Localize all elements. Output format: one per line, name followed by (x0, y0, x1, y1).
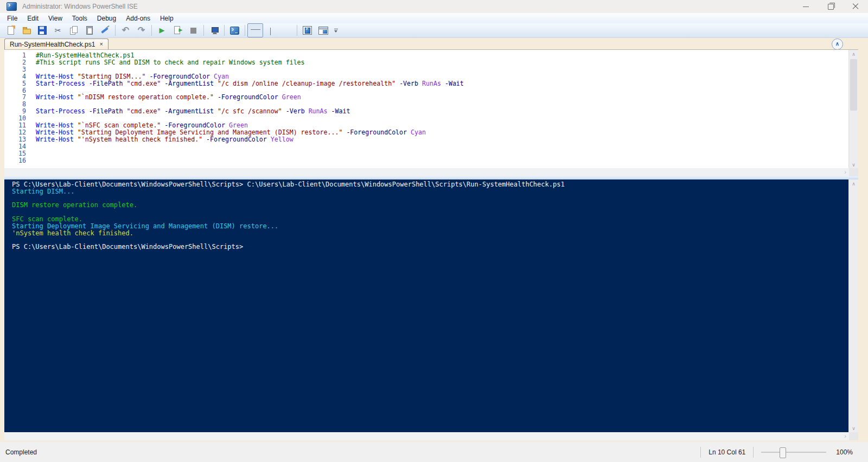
run-script-button[interactable]: ▶ (154, 23, 170, 37)
scroll-up-icon[interactable]: ∧ (849, 50, 858, 58)
console-line: Starting DISM... (12, 188, 848, 195)
cut-button[interactable]: ✂ (50, 23, 66, 37)
show-script-pane-right-icon (266, 25, 276, 35)
restore-button[interactable] (818, 0, 843, 13)
save-script-icon (38, 26, 47, 35)
close-button[interactable] (843, 0, 868, 13)
status-text: Completed (5, 448, 37, 456)
separator (700, 447, 701, 458)
code-line: 14 (4, 143, 848, 150)
title-bar: Administrator: Windows PowerShell ISE (0, 0, 868, 13)
clear-console-pane-button[interactable] (97, 23, 113, 37)
start-powershell-exe-button[interactable] (227, 23, 242, 37)
editor-vertical-scrollbar[interactable]: ∧ ∨ (848, 50, 858, 169)
powershell-ise-window: Administrator: Windows PowerShell ISE Fi… (0, 0, 868, 462)
code-line: 13Write-Host "'nSystem health check fini… (4, 136, 848, 143)
save-script-button[interactable] (34, 23, 50, 37)
window-controls (793, 0, 868, 13)
scroll-right-icon[interactable]: › (844, 169, 846, 175)
new-script-icon (6, 25, 16, 35)
menu-addons[interactable]: Add-ons (121, 14, 155, 23)
restore-icon (828, 4, 834, 10)
menu-file[interactable]: File (2, 14, 22, 23)
minimize-icon (803, 7, 809, 7)
menu-tools[interactable]: Tools (67, 14, 92, 23)
scroll-right-icon[interactable]: › (844, 433, 846, 439)
close-icon (852, 3, 859, 10)
script-editor-body[interactable]: 1#Run-SystemHealthCheck.ps12#This script… (4, 50, 848, 169)
menu-debug[interactable]: Debug (92, 14, 121, 23)
show-script-pane-maximized-button[interactable] (279, 23, 295, 37)
tab-close-icon[interactable]: × (99, 41, 103, 47)
zoom-slider[interactable] (761, 447, 826, 457)
code-line: 9Start-Process -FilePath "cmd.exe" -Argu… (4, 108, 848, 115)
copy-icon (69, 25, 79, 35)
collapse-script-pane-button[interactable]: ∧ (832, 39, 843, 50)
paste-button[interactable] (81, 23, 97, 37)
toolbar-separator (151, 25, 152, 36)
menu-help[interactable]: Help (155, 14, 178, 23)
menu-edit[interactable]: Edit (22, 14, 43, 23)
script-tab[interactable]: Run-SystemHealthCheck.ps1 × (4, 39, 108, 49)
open-script-icon (22, 25, 31, 35)
line-number: 1 (4, 52, 26, 59)
script-editor-pane[interactable]: 1#Run-SystemHealthCheck.ps12#This script… (4, 49, 858, 169)
show-script-pane-right-button[interactable] (263, 23, 279, 37)
minimize-button[interactable] (793, 0, 818, 13)
zoom-slider-thumb[interactable] (780, 447, 786, 458)
copy-button[interactable] (66, 23, 81, 37)
new-powershell-tab-button[interactable] (299, 23, 315, 37)
stop-operation-icon (190, 28, 196, 34)
scrollbar-corner (849, 432, 858, 440)
code-line: 2#This script runs SFC and DISM to check… (4, 59, 848, 66)
console-pane[interactable]: PS C:\Users\Lab-Client\Documents\Windows… (4, 179, 858, 432)
line-number: 3 (4, 66, 26, 73)
chevron-up-icon: ∧ (835, 41, 839, 47)
console-scroll-track[interactable] (849, 188, 858, 424)
scroll-down-icon[interactable]: ∨ (849, 424, 858, 432)
new-remote-powershell-tab-button[interactable] (206, 23, 222, 37)
editor-scroll-thumb[interactable] (850, 59, 857, 111)
toolbar: ✂↶↷▶ (0, 23, 868, 38)
redo-button[interactable]: ↷ (133, 23, 149, 37)
zoom-level: 100% (836, 448, 853, 456)
powershell-app-icon (7, 2, 17, 11)
scrollbar-corner (849, 168, 858, 176)
zoom-slider-track[interactable] (761, 452, 826, 453)
console-line: PS C:\Users\Lab-Client\Documents\Windows… (12, 243, 848, 251)
tab-row: Run-SystemHealthCheck.ps1 × ∧ (4, 39, 858, 49)
show-command-window-icon (318, 27, 328, 35)
show-command-window-button[interactable] (315, 23, 331, 37)
new-powershell-tab-icon (303, 26, 312, 35)
line-number: 2 (4, 59, 26, 66)
show-script-pane-maximized-icon (282, 25, 292, 35)
cut-icon: ✂ (53, 25, 63, 35)
new-script-button[interactable] (3, 23, 18, 37)
menu-view[interactable]: View (43, 14, 67, 23)
status-bar: Completed Ln 10 Col 61 100% (0, 442, 868, 462)
toolbar-overflow-button[interactable] (332, 24, 340, 37)
line-number: 13 (4, 136, 26, 143)
show-script-pane-top-button[interactable] (247, 23, 263, 37)
editor-scroll-track[interactable] (849, 58, 858, 161)
toolbar-separator (224, 25, 225, 36)
editor-horizontal-scrollbar[interactable]: › (4, 168, 858, 176)
scroll-up-icon[interactable]: ∧ (849, 179, 858, 188)
menu-bar: FileEditViewToolsDebugAdd-onsHelp (0, 13, 868, 23)
stop-operation-button[interactable] (186, 23, 201, 37)
undo-button[interactable]: ↶ (118, 23, 133, 37)
paste-icon (85, 25, 94, 35)
line-number: 14 (4, 143, 26, 150)
code-line: 16 (4, 157, 848, 164)
console-line (12, 195, 848, 202)
console-output[interactable]: PS C:\Users\Lab-Client\Documents\Windows… (4, 179, 848, 432)
open-script-button[interactable] (18, 23, 34, 37)
console-vertical-scrollbar[interactable]: ∧ ∨ (848, 179, 858, 432)
run-selection-icon (173, 25, 183, 35)
run-selection-button[interactable] (170, 23, 186, 37)
toolbar-separator (203, 25, 204, 36)
console-line: 'nSystem health check finished. (12, 230, 848, 237)
console-line: PS C:\Users\Lab-Client\Documents\Windows… (12, 181, 848, 188)
scroll-down-icon[interactable]: ∨ (849, 161, 858, 169)
console-horizontal-scrollbar[interactable]: › (4, 432, 858, 440)
